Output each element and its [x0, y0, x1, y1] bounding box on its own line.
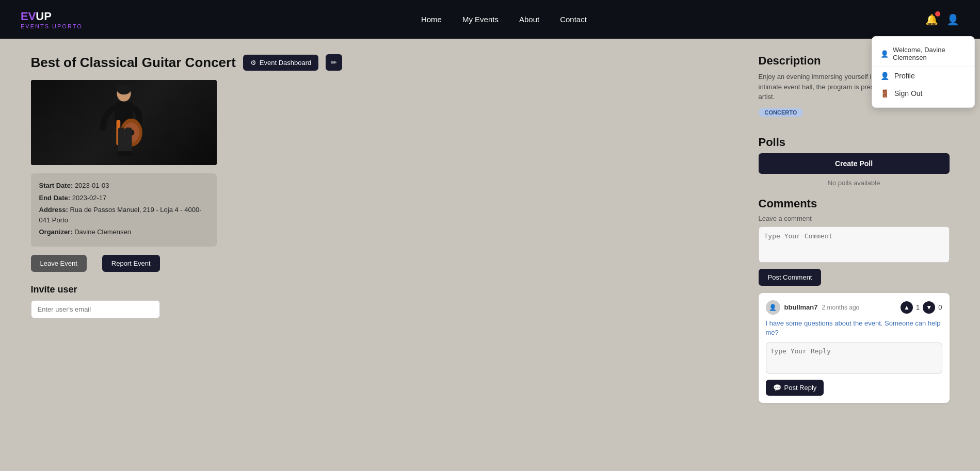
end-date-label: End Date: [39, 194, 71, 202]
reply-input[interactable] [766, 343, 942, 373]
nav-my-events[interactable]: My Events [462, 15, 499, 24]
event-details: Start Date: 2023-01-03 End Date: 2023-02… [31, 173, 217, 247]
dropdown-welcome: 👤 Welcome, Davine Clemensen [872, 42, 974, 67]
comments-title: Comments [759, 197, 950, 210]
svg-rect-8 [124, 127, 132, 152]
polls-title: Polls [759, 136, 950, 149]
dropdown-avatar-icon: 👤 [880, 50, 889, 58]
event-dashboard-button[interactable]: ⚙ Event Dashboard [243, 55, 318, 71]
dashboard-btn-label: Event Dashboard [260, 59, 311, 67]
nav-about[interactable]: About [519, 15, 539, 24]
organizer-row: Organizer: Davine Clemensen [39, 227, 208, 237]
logo-up: UP [36, 10, 52, 23]
start-date-row: Start Date: 2023-01-03 [39, 181, 208, 191]
invite-email-input[interactable] [31, 300, 160, 318]
report-event-button[interactable]: Report Event [102, 255, 160, 272]
comment-user-icon: 👤 [769, 304, 777, 311]
comment-username: bbullman7 [784, 303, 818, 311]
logo: EVUP EVENTS UPORTO [21, 10, 83, 29]
logo-subtitle: EVENTS UPORTO [21, 23, 83, 29]
end-date-row: End Date: 2023-02-17 [39, 193, 208, 203]
downvote-button[interactable]: ▼ [923, 301, 935, 314]
dropdown-profile[interactable]: 👤 Profile [872, 67, 974, 85]
right-column: Description Enjoy an evening immersing y… [759, 54, 950, 413]
end-date-value: 2023-02-17 [72, 194, 107, 202]
logo-text: EVUP [21, 10, 83, 23]
notification-bell[interactable]: 🔔 [925, 13, 938, 26]
upvote-count: 1 [916, 303, 920, 311]
signout-label: Sign Out [894, 89, 922, 98]
address-row: Address: Rua de Passos Manuel, 219 - Loj… [39, 205, 208, 225]
comment-header: 👤 bbullman7 2 months ago ▲ 1 ▼ 0 [766, 300, 942, 315]
organizer-value: Davine Clemensen [74, 228, 131, 236]
user-avatar-icon[interactable]: 👤 [946, 13, 959, 26]
nav-links: Home My Events About Contact [421, 15, 587, 24]
post-comment-button[interactable]: Post Comment [759, 269, 822, 286]
profile-label: Profile [894, 72, 915, 80]
nav-contact[interactable]: Contact [560, 15, 587, 24]
upvote-button[interactable]: ▲ [901, 301, 913, 314]
organizer-label: Organizer: [39, 228, 73, 236]
address-label: Address: [39, 206, 68, 214]
comment-time: 2 months ago [822, 304, 860, 311]
navbar: EVUP EVENTS UPORTO Home My Events About … [0, 0, 980, 39]
gear-icon: ⚙ [250, 59, 256, 67]
invite-title: Invite user [31, 284, 743, 295]
comment-card: 👤 bbullman7 2 months ago ▲ 1 ▼ 0 I have … [759, 293, 950, 403]
leave-comment-label: Leave a comment [759, 215, 950, 222]
dropdown-signout[interactable]: 🚪 Sign Out [872, 85, 974, 102]
profile-icon: 👤 [880, 72, 889, 80]
create-poll-button[interactable]: Create Poll [759, 153, 950, 174]
leave-event-button[interactable]: Leave Event [31, 255, 87, 272]
svg-point-1 [117, 85, 131, 94]
no-polls-text: No polls available [759, 179, 950, 187]
title-row: Best of Classical Guitar Concert ⚙ Event… [31, 54, 743, 71]
dropdown-welcome-text: Welcome, Davine Clemensen [893, 46, 966, 61]
event-image [31, 80, 217, 165]
polls-section: Polls Create Poll No polls available [759, 136, 950, 187]
svg-rect-7 [118, 127, 125, 152]
reply-icon: 💬 [773, 384, 781, 392]
action-buttons: Leave Event Report Event [31, 255, 743, 272]
edit-icon: ✏ [331, 58, 337, 67]
start-date-label: Start Date: [39, 182, 73, 189]
notification-badge [935, 11, 940, 17]
nav-right: 🔔 👤 [925, 13, 959, 26]
svg-point-10 [123, 151, 133, 156]
invite-section: Invite user [31, 284, 743, 318]
comment-votes: ▲ 1 ▼ 0 [901, 301, 942, 314]
comment-avatar: 👤 [766, 300, 780, 315]
downvote-count: 0 [938, 303, 942, 311]
post-reply-button[interactable]: 💬 Post Reply [766, 380, 824, 396]
signout-icon: 🚪 [880, 89, 889, 98]
start-date-value: 2023-01-03 [75, 182, 109, 189]
edit-event-button[interactable]: ✏ [326, 54, 342, 71]
event-title: Best of Classical Guitar Concert [31, 55, 236, 71]
logo-ev: EV [21, 10, 36, 23]
comment-input[interactable] [759, 226, 950, 263]
guitarist-illustration [93, 83, 155, 163]
left-column: Best of Classical Guitar Concert ⚙ Event… [31, 54, 743, 413]
user-dropdown: 👤 Welcome, Davine Clemensen 👤 Profile 🚪 … [872, 36, 975, 108]
event-image-placeholder [31, 80, 217, 165]
page-content: Best of Classical Guitar Concert ⚙ Event… [10, 39, 970, 429]
post-reply-label: Post Reply [784, 384, 817, 392]
concerto-tag: CONCERTO [759, 108, 804, 117]
comments-section: Comments Leave a comment Post Comment 👤 … [759, 197, 950, 403]
nav-home[interactable]: Home [421, 15, 442, 24]
comment-text: I have some questions about the event. S… [766, 319, 942, 337]
